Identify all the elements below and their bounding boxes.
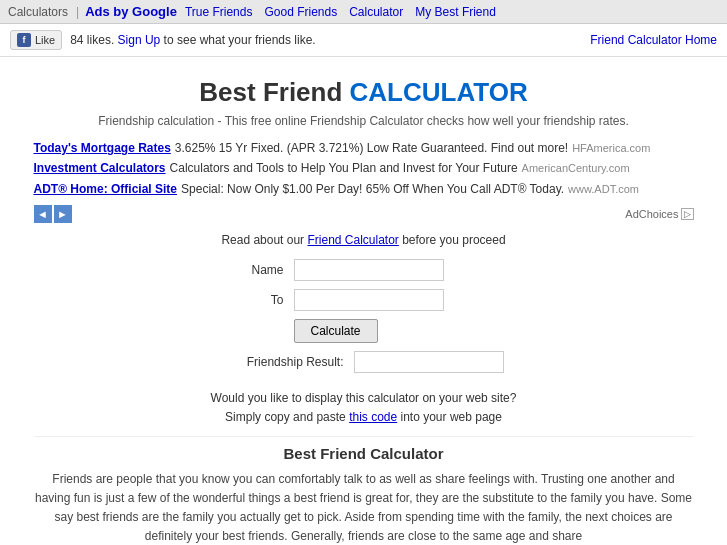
nav-my-best-friend[interactable]: My Best Friend: [415, 5, 496, 19]
ad-desc-3: Special: Now Only $1.00 Per Day! 65% Off…: [181, 179, 564, 199]
nav-true-friends[interactable]: True Friends: [185, 5, 253, 19]
read-about-suffix: before you proceed: [402, 233, 505, 247]
top-navigation: Calculators | Ads by Google True Friends…: [0, 0, 727, 24]
to-label: To: [224, 293, 284, 307]
read-about-prefix: Read about our: [221, 233, 304, 247]
like-label: Like: [35, 34, 55, 46]
title-area: Best Friend CALCULATOR: [34, 77, 694, 108]
embed-suffix: into your web page: [401, 410, 502, 424]
ad-source-3: www.ADT.com: [568, 180, 639, 199]
fb-signup-link[interactable]: Sign Up: [118, 33, 161, 47]
likes-count: 84 likes.: [70, 33, 114, 47]
form-table: Name To Calculate Friendship Result:: [224, 259, 504, 377]
name-input[interactable]: [294, 259, 444, 281]
title-part2: CALCULATOR: [350, 77, 528, 107]
ad-navigation: ◄ ► AdChoices ▷: [34, 205, 694, 223]
ad-prev-button[interactable]: ◄: [34, 205, 52, 223]
ad-source-2: AmericanCentury.com: [522, 159, 630, 178]
ad-section: Today's Mortgage Rates 3.625% 15 Yr Fixe…: [34, 138, 694, 199]
home-link[interactable]: Friend Calculator Home: [590, 33, 717, 47]
ad-arrows: ◄ ►: [34, 205, 72, 223]
read-about-text: Read about our Friend Calculator before …: [34, 233, 694, 247]
page-heading: Best Friend CALCULATOR: [34, 77, 694, 108]
fb-left: f Like 84 likes. Sign Up to see what you…: [10, 30, 316, 50]
embed-line1: Would you like to display this calculato…: [34, 389, 694, 408]
this-code-link[interactable]: this code: [349, 410, 397, 424]
description-heading: Best Friend Calculator: [34, 445, 694, 462]
ad-row-1: Today's Mortgage Rates 3.625% 15 Yr Fixe…: [34, 138, 694, 158]
result-input: [354, 351, 504, 373]
nav-separator: |: [76, 5, 79, 19]
result-label: Friendship Result:: [224, 355, 344, 369]
adchoices-label: AdChoices: [625, 208, 678, 220]
calculator-section: Read about our Friend Calculator before …: [34, 233, 694, 377]
name-row: Name: [224, 259, 504, 281]
ad-desc-1: 3.625% 15 Yr Fixed. (APR 3.721%) Low Rat…: [175, 138, 568, 158]
facebook-icon: f: [17, 33, 31, 47]
nav-calculators[interactable]: Calculators: [8, 5, 68, 19]
nav-good-friends[interactable]: Good Friends: [264, 5, 337, 19]
description-text: Friends are people that you know you can…: [34, 470, 694, 545]
adchoices: AdChoices ▷: [625, 208, 693, 220]
ad-row-2: Investment Calculators Calculators and T…: [34, 158, 694, 178]
to-input[interactable]: [294, 289, 444, 311]
ad-title-2[interactable]: Investment Calculators: [34, 158, 166, 178]
fb-like-button[interactable]: f Like: [10, 30, 62, 50]
ads-by-google-link[interactable]: Ads by Google: [85, 4, 177, 19]
ad-title-1[interactable]: Today's Mortgage Rates: [34, 138, 171, 158]
name-label: Name: [224, 263, 284, 277]
fb-likes-text: 84 likes. Sign Up to see what your frien…: [70, 33, 316, 47]
to-row: To: [224, 289, 504, 311]
embed-line2: Simply copy and paste this code into you…: [34, 408, 694, 427]
ad-desc-2: Calculators and Tools to Help You Plan a…: [170, 158, 518, 178]
calculate-button[interactable]: Calculate: [294, 319, 378, 343]
description-section: Best Friend Calculator Friends are peopl…: [34, 436, 694, 545]
title-part1: Best Friend: [199, 77, 342, 107]
nav-calculator[interactable]: Calculator: [349, 5, 403, 19]
ad-title-3[interactable]: ADT® Home: Official Site: [34, 179, 178, 199]
facebook-bar: f Like 84 likes. Sign Up to see what you…: [0, 24, 727, 57]
subtitle: Friendship calculation - This free onlin…: [34, 114, 694, 128]
main-content: Best Friend CALCULATOR Friendship calcul…: [14, 57, 714, 545]
adchoices-icon: ▷: [681, 208, 694, 220]
ad-source-1: HFAmerica.com: [572, 139, 650, 158]
ad-next-button[interactable]: ►: [54, 205, 72, 223]
fb-signup-suffix: to see what your friends like.: [164, 33, 316, 47]
embed-prefix: Simply copy and paste: [225, 410, 346, 424]
embed-section: Would you like to display this calculato…: [34, 389, 694, 427]
result-row: Friendship Result:: [224, 351, 504, 373]
friend-calculator-link[interactable]: Friend Calculator: [307, 233, 398, 247]
ad-row-3: ADT® Home: Official Site Special: Now On…: [34, 179, 694, 199]
